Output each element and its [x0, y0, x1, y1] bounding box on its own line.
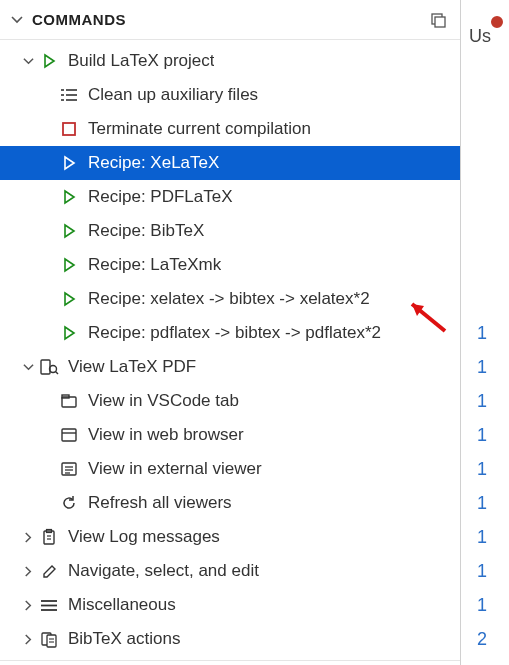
recipe-pdflatex[interactable]: Recipe: PDFLaTeX: [0, 180, 460, 214]
commands-section-title: COMMANDS: [32, 11, 126, 28]
log-label: View Log messages: [68, 527, 220, 547]
nav-label: Navigate, select, and edit: [68, 561, 259, 581]
editor-line-numbers: 1 1 1 1 1 1 1 1 1 2 2 2: [477, 316, 487, 665]
chevron-right-icon: [18, 634, 38, 645]
play-icon: [58, 323, 80, 343]
line-number: 1: [477, 384, 487, 418]
recipe-latexmk[interactable]: Recipe: LaTeXmk: [0, 248, 460, 282]
view-vscode-tab[interactable]: View in VSCode tab: [0, 384, 460, 418]
chevron-down-icon: [18, 56, 38, 67]
navigate-select-edit[interactable]: Navigate, select, and edit: [0, 554, 460, 588]
recipe-xelatex-label: Recipe: XeLaTeX: [88, 153, 219, 173]
terminate-compilation[interactable]: Terminate current compilation: [0, 112, 460, 146]
recipe-pdflatex-label: Recipe: PDFLaTeX: [88, 187, 233, 207]
play-icon: [58, 289, 80, 309]
bibtex-label: BibTeX actions: [68, 629, 180, 649]
editor-strip: Us 1 1 1 1 1 1 1 1 1 2 2 2: [461, 0, 509, 665]
svg-rect-1: [435, 17, 445, 27]
preview-icon: [38, 357, 60, 377]
recipe-pdflatex-chain[interactable]: Recipe: pdflatex -> bibtex -> pdflatex*2: [0, 316, 460, 350]
view-browser-label: View in web browser: [88, 425, 244, 445]
refresh-viewers[interactable]: Refresh all viewers: [0, 486, 460, 520]
refresh-label: Refresh all viewers: [88, 493, 232, 513]
recipe-xelatex[interactable]: Recipe: XeLaTeX: [0, 146, 460, 180]
view-pdf-label: View LaTeX PDF: [68, 357, 196, 377]
build-latex-project[interactable]: Build LaTeX project: [0, 44, 460, 78]
recipe-bibtex-label: Recipe: BibTeX: [88, 221, 204, 241]
play-icon: [58, 221, 80, 241]
commands-tree: Build LaTeX project Clean up auxiliary f…: [0, 40, 460, 660]
editor-tab-partial-text: Us: [469, 26, 491, 47]
tab-icon: [58, 391, 80, 411]
view-external-label: View in external viewer: [88, 459, 262, 479]
svg-rect-14: [62, 429, 76, 441]
line-number: 1: [477, 418, 487, 452]
recipe-pdflatex-chain-label: Recipe: pdflatex -> bibtex -> pdflatex*2: [88, 323, 381, 343]
play-icon: [58, 255, 80, 275]
recipe-xelatex-chain-label: Recipe: xelatex -> bibtex -> xelatex*2: [88, 289, 370, 309]
chevron-down-icon: [18, 362, 38, 373]
line-number: 1: [477, 452, 487, 486]
line-number: 1: [477, 350, 487, 384]
pencil-icon: [38, 561, 60, 581]
svg-rect-9: [41, 360, 50, 374]
clipboard-icon: [38, 527, 60, 547]
chevron-right-icon: [18, 532, 38, 543]
references-icon: [38, 629, 60, 649]
clean-auxiliary-files[interactable]: Clean up auxiliary files: [0, 78, 460, 112]
view-log-messages[interactable]: View Log messages: [0, 520, 460, 554]
bibtex-actions[interactable]: BibTeX actions: [0, 622, 460, 656]
commands-panel: COMMANDS Build LaTeX project: [0, 0, 461, 665]
view-latex-pdf[interactable]: View LaTeX PDF: [0, 350, 460, 384]
structure-section-header[interactable]: STRUCTURE: [0, 660, 460, 665]
terminate-label: Terminate current compilation: [88, 119, 311, 139]
view-external-viewer[interactable]: View in external viewer: [0, 452, 460, 486]
recipe-xelatex-chain[interactable]: Recipe: xelatex -> bibtex -> xelatex*2: [0, 282, 460, 316]
chevron-right-icon: [18, 566, 38, 577]
recipe-latexmk-label: Recipe: LaTeXmk: [88, 255, 221, 275]
stop-icon: [58, 119, 80, 139]
build-label: Build LaTeX project: [68, 51, 214, 71]
line-number: 1: [477, 316, 487, 350]
play-icon: [58, 153, 80, 173]
svg-rect-8: [63, 123, 75, 135]
line-number: 1: [477, 520, 487, 554]
view-tab-label: View in VSCode tab: [88, 391, 239, 411]
play-icon: [58, 187, 80, 207]
collapse-all-icon[interactable]: [424, 6, 452, 34]
line-number: 2: [477, 622, 487, 656]
line-number: 1: [477, 588, 487, 622]
play-icon: [38, 51, 60, 71]
line-number: 2: [477, 656, 487, 665]
menu-icon: [38, 595, 60, 615]
view-web-browser[interactable]: View in web browser: [0, 418, 460, 452]
browser-icon: [58, 425, 80, 445]
miscellaneous[interactable]: Miscellaneous: [0, 588, 460, 622]
refresh-icon: [58, 493, 80, 513]
chevron-down-icon: [8, 11, 26, 29]
line-number: 1: [477, 554, 487, 588]
notification-badge-icon: [489, 14, 505, 30]
misc-label: Miscellaneous: [68, 595, 176, 615]
svg-line-11: [56, 372, 59, 375]
external-icon: [58, 459, 80, 479]
clean-label: Clean up auxiliary files: [88, 85, 258, 105]
chevron-right-icon: [18, 600, 38, 611]
svg-rect-28: [47, 635, 56, 647]
recipe-bibtex[interactable]: Recipe: BibTeX: [0, 214, 460, 248]
commands-section-header[interactable]: COMMANDS: [0, 0, 460, 40]
list-icon: [58, 85, 80, 105]
line-number: 1: [477, 486, 487, 520]
